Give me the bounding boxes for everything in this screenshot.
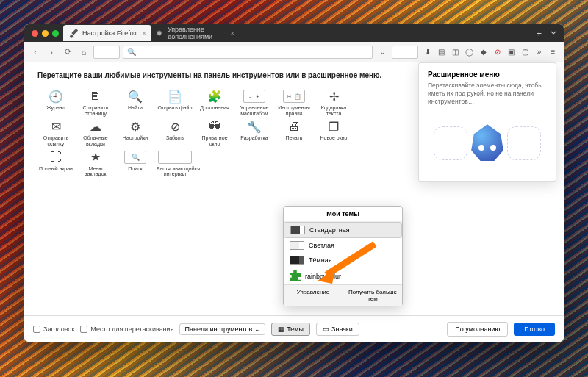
theme-option-default[interactable]: Стандартная (284, 222, 402, 238)
overflow-title: Расширенное меню (428, 71, 547, 79)
close-tab-icon[interactable]: × (142, 29, 146, 37)
url-bar[interactable] (93, 46, 120, 59)
toolbars-dropdown[interactable]: Панели инструментов⌄ (179, 323, 265, 335)
sidebar-icon[interactable]: ◫ (449, 46, 462, 58)
theme-option-dark[interactable]: Тёмная (284, 253, 402, 268)
themes-popup: Мои темы Стандартная Светлая Тёмная rain… (283, 206, 403, 306)
tool-zoom[interactable]: - +Управление масштабом (236, 90, 273, 116)
awesome-bar[interactable]: 🔍 (123, 46, 373, 59)
extension-icon[interactable]: ▣ (505, 46, 517, 58)
minimize-window-button[interactable] (42, 30, 49, 37)
chevron-down-icon: ⌄ (254, 326, 260, 333)
zoom-window-button[interactable] (52, 30, 59, 37)
nav-toolbar: ‹ › ⟳ ⌂ 🔍 ⌄ ⬇ ▤ ◫ ◯ ◆ ⊘ ▣ ▢ » ≡ (24, 42, 564, 62)
tab-label: Настройка Firefox (82, 29, 137, 37)
back-button[interactable]: ‹ (29, 46, 42, 59)
shield-icon[interactable]: ◆ (477, 46, 490, 58)
tab-addons[interactable]: Управление дополнениями × (151, 25, 240, 41)
close-window-button[interactable] (32, 30, 38, 37)
tool-new-window[interactable]: ❐Новое окно (315, 120, 352, 146)
extension-icon[interactable]: ▢ (519, 46, 531, 58)
theme-option-rainbow[interactable]: rainbow blur (284, 268, 402, 284)
tool-history[interactable]: 🕘Журнал (37, 90, 74, 116)
tool-find[interactable]: 🔍Найти (117, 90, 154, 116)
overflow-desc: Перетаскивайте элементы сюда, чтобы имет… (428, 82, 547, 106)
tool-encoding[interactable]: ✢Кодировка текста (315, 90, 352, 116)
window-controls (27, 30, 63, 37)
toolbar-icons: ⬇ ▤ ◫ ◯ ◆ ⊘ ▣ ▢ » ≡ (421, 46, 559, 58)
tool-edit[interactable]: ✂ 📋Инструменты правки (276, 90, 312, 116)
addon-theme-icon (290, 270, 301, 281)
get-more-themes-button[interactable]: Получить больше тем (343, 285, 402, 306)
tool-bookmarks-menu[interactable]: ★Меню закладок (77, 151, 114, 177)
theme-swatch-icon: ▦ (278, 326, 284, 333)
tab-label: Управление дополнениями (168, 26, 226, 40)
tool-save-page[interactable]: 🗎Сохранить страницу (77, 90, 114, 116)
theme-option-light[interactable]: Светлая (284, 238, 402, 253)
puzzle-icon (157, 28, 164, 38)
tool-settings[interactable]: ⚙Настройки (117, 120, 154, 146)
drag-space-checkbox[interactable]: Место для перетаскивания (80, 326, 173, 333)
tool-cloud-tabs[interactable]: ☁Облачные вкладки (77, 120, 114, 146)
overflow-icon[interactable]: » (533, 46, 545, 58)
account-icon[interactable]: ◯ (463, 46, 476, 58)
overflow-menu-preview[interactable]: Расширенное меню Перетаскивайте элементы… (418, 62, 556, 182)
mascot-icon (468, 124, 506, 162)
tool-forget[interactable]: ⊘Забыть (157, 120, 193, 146)
themes-popup-title: Мои темы (284, 207, 402, 222)
home-button[interactable]: ⌂ (77, 46, 90, 59)
search-field[interactable] (392, 46, 418, 59)
tab-bar: Настройка Firefox × Управление дополнени… (24, 24, 564, 42)
customize-footer: Заголовок Место для перетаскивания Панел… (24, 315, 564, 342)
title-checkbox[interactable]: Заголовок (33, 326, 74, 333)
library-icon[interactable]: ▤ (435, 46, 448, 58)
paintbrush-icon (68, 28, 79, 38)
tool-fullscreen[interactable]: ⛶Полный экран (37, 151, 74, 177)
url-dropdown[interactable]: ⌄ (376, 46, 389, 59)
overflow-illustration (428, 113, 547, 173)
manage-themes-button[interactable]: Управление (284, 285, 343, 306)
adblock-icon[interactable]: ⊘ (491, 46, 503, 58)
tool-addons[interactable]: 🧩Дополнения (196, 90, 233, 116)
tool-search[interactable]: 🔍Поиск (117, 151, 154, 177)
forward-button[interactable]: › (45, 46, 58, 59)
tool-email-link[interactable]: ✉Отправить ссылку (37, 120, 74, 146)
tab-overflow-button[interactable] (549, 26, 558, 40)
themes-popup-footer: Управление Получить больше тем (284, 284, 402, 306)
tool-developer[interactable]: 🔧Разработка (236, 120, 273, 146)
new-tab-button[interactable]: + (536, 28, 542, 39)
tab-customize[interactable]: Настройка Firefox × (63, 25, 151, 41)
density-icon: ▭ (323, 326, 329, 333)
restore-defaults-button[interactable]: По умолчанию (447, 322, 508, 337)
density-button[interactable]: ▭Значки (316, 323, 359, 336)
tool-private[interactable]: 🕶Приватное окно (196, 120, 233, 146)
tool-print[interactable]: 🖨Печать (276, 120, 312, 146)
downloads-icon[interactable]: ⬇ (421, 46, 434, 58)
menu-icon[interactable]: ≡ (547, 46, 559, 58)
close-tab-icon[interactable]: × (230, 29, 234, 37)
search-icon: 🔍 (127, 48, 136, 56)
themes-button[interactable]: ▦Темы (271, 323, 310, 336)
tool-open-file[interactable]: 📄Открыть файл (157, 90, 193, 116)
done-button[interactable]: Готово (514, 323, 555, 336)
reload-button[interactable]: ⟳ (61, 46, 74, 59)
tool-flex-spacer[interactable]: Растягивающийся интервал (157, 151, 193, 177)
